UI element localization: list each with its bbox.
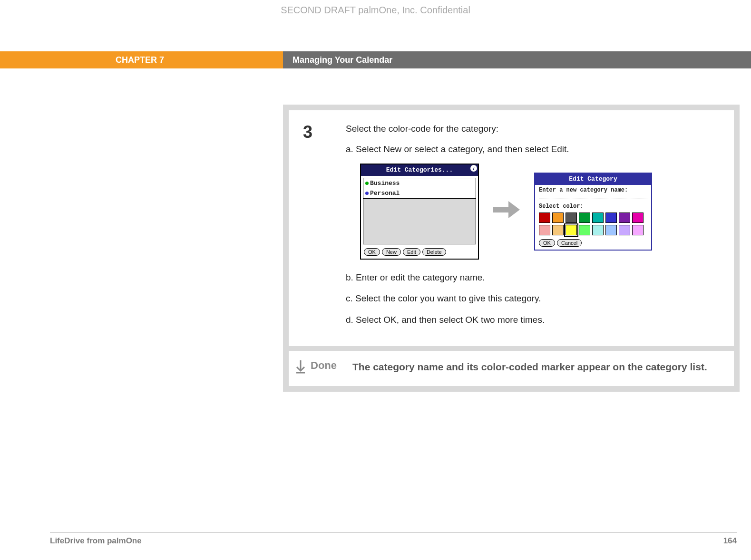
edit-category-dialog: Edit Category Enter a new category name:… — [534, 173, 652, 251]
color-swatch[interactable] — [566, 212, 577, 223]
step-number: 3 — [303, 122, 346, 334]
category-item-personal[interactable]: Personal — [363, 188, 476, 199]
category-list[interactable]: Business Personal — [363, 178, 476, 244]
color-swatch[interactable] — [552, 225, 564, 235]
color-swatch[interactable] — [605, 225, 617, 235]
footer-rule — [50, 532, 737, 532]
step-substep-b: b. Enter or edit the category name. — [346, 271, 652, 285]
dialog-illustration: Edit Categories... i Business Personal — [360, 164, 652, 260]
cancel-button[interactable]: Cancel — [557, 239, 582, 247]
color-swatch[interactable] — [539, 212, 550, 223]
done-label: Done — [311, 359, 352, 372]
done-arrow-down-icon — [295, 360, 309, 376]
color-swatch[interactable] — [632, 225, 644, 235]
color-swatch[interactable] — [552, 212, 564, 223]
new-button[interactable]: New — [382, 248, 401, 256]
edit-categories-title: Edit Categories... i — [361, 164, 478, 176]
color-swatch-selected[interactable] — [566, 225, 577, 235]
edit-categories-dialog: Edit Categories... i Business Personal — [360, 164, 479, 260]
chapter-bar: CHAPTER 7 Managing Your Calendar — [0, 51, 751, 68]
color-marker-blue-icon — [365, 192, 369, 195]
step-intro: Select the color-code for the category: — [346, 122, 652, 136]
select-color-label: Select color: — [539, 202, 647, 211]
ok-button[interactable]: OK — [364, 248, 380, 256]
color-swatch[interactable] — [579, 212, 590, 223]
color-swatch[interactable] — [632, 212, 644, 223]
color-swatch[interactable] — [605, 212, 617, 223]
page-number: 164 — [723, 536, 737, 546]
edit-button[interactable]: Edit — [403, 248, 420, 256]
delete-button[interactable]: Delete — [422, 248, 446, 256]
done-row: Done The category name and its color-cod… — [289, 351, 734, 386]
page-footer: LifeDrive from palmOne 164 — [50, 536, 737, 546]
category-label: Business — [370, 179, 400, 188]
color-swatch-grid — [539, 212, 647, 235]
chapter-title: Managing Your Calendar — [283, 51, 751, 68]
info-icon[interactable]: i — [470, 165, 477, 172]
edit-category-title: Edit Category — [535, 174, 651, 185]
step-block: 3 Select the color-code for the category… — [283, 105, 740, 392]
color-swatch[interactable] — [592, 225, 604, 235]
step-substep-c: c. Select the color you want to give thi… — [346, 292, 652, 306]
step-substep-a: a. Select New or select a category, and … — [346, 143, 652, 156]
enter-name-label: Enter a new category name: — [539, 186, 647, 194]
category-label: Personal — [370, 189, 400, 198]
chapter-number: CHAPTER 7 — [0, 51, 283, 68]
color-swatch[interactable] — [619, 212, 630, 223]
category-name-field[interactable] — [539, 194, 647, 199]
edit-categories-title-text: Edit Categories... — [386, 165, 453, 175]
color-swatch[interactable] — [579, 225, 590, 235]
category-item-business[interactable]: Business — [363, 178, 476, 189]
color-swatch[interactable] — [539, 225, 550, 235]
footer-product: LifeDrive from palmOne — [50, 536, 142, 546]
color-marker-green-icon — [365, 182, 369, 185]
done-text: The category name and its color-coded ma… — [352, 359, 707, 375]
ok-button[interactable]: OK — [539, 239, 555, 247]
color-swatch[interactable] — [619, 225, 630, 235]
step-substep-d: d. Select OK, and then select OK two mor… — [346, 313, 652, 327]
confidential-watermark: SECOND DRAFT palmOne, Inc. Confidential — [0, 5, 751, 16]
color-swatch[interactable] — [592, 212, 604, 223]
arrow-right-icon — [492, 198, 521, 225]
